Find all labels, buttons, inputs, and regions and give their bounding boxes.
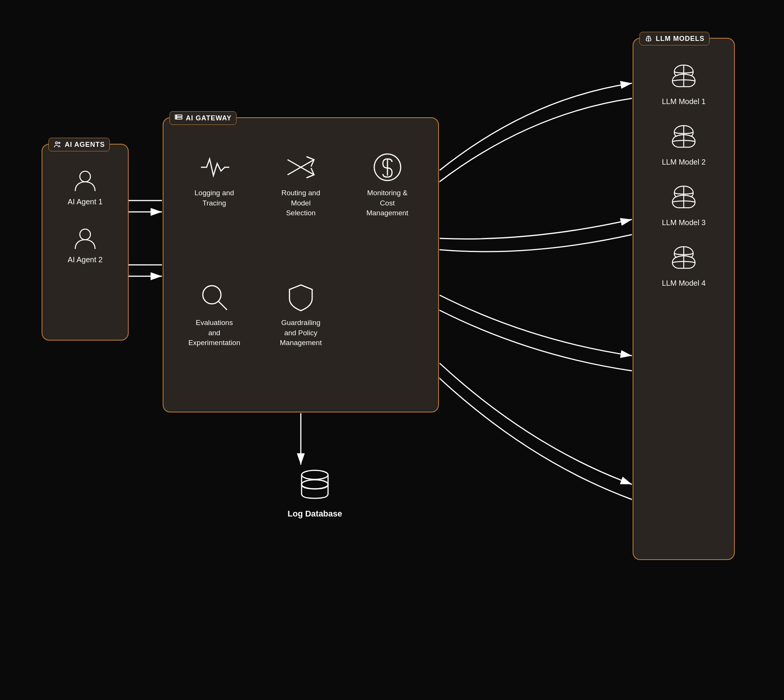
ai-gateway-icon bbox=[174, 114, 183, 122]
llm-models-title: LLM MODELS bbox=[656, 35, 704, 43]
gateway-monitoring: Monitoring &CostManagement bbox=[348, 148, 427, 270]
log-database-label: Log Database bbox=[288, 509, 342, 519]
ai-agents-icon bbox=[53, 140, 62, 149]
ai-agents-box: AI AGENTS AI Agent 1 AI Agent 2 bbox=[42, 144, 128, 340]
llm-1-label: LLM Model 1 bbox=[662, 96, 706, 107]
llm-4-label: LLM Model 4 bbox=[662, 278, 706, 288]
ai-gateway-title: AI GATEWAY bbox=[186, 114, 232, 122]
gateway-guardrailing: Guardrailingand PolicyManagement bbox=[262, 278, 340, 400]
svg-point-2 bbox=[56, 142, 58, 144]
log-database: Log Database bbox=[288, 465, 342, 519]
brain-4-icon bbox=[665, 243, 703, 273]
agent-2-icon bbox=[72, 225, 98, 252]
agent-1-item: AI Agent 1 bbox=[68, 167, 103, 206]
gateway-routing: Routing andModelSelection bbox=[262, 148, 340, 270]
pulse-icon bbox=[199, 152, 229, 182]
llm-model-4: LLM Model 4 bbox=[662, 243, 706, 288]
llm-model-2: LLM Model 2 bbox=[662, 122, 706, 167]
ai-agents-title: AI AGENTS bbox=[65, 141, 105, 149]
svg-point-15 bbox=[302, 470, 328, 479]
search-icon bbox=[199, 282, 229, 312]
ai-gateway-box: AI GATEWAY Logging andTracing Routing an… bbox=[163, 117, 439, 412]
logging-label: Logging andTracing bbox=[195, 188, 234, 208]
guardrailing-label: Guardrailingand PolicyManagement bbox=[280, 318, 322, 348]
svg-point-16 bbox=[302, 480, 328, 489]
diagram-container: AI AGENTS AI Agent 1 AI Agent 2 bbox=[0, 0, 784, 700]
shuffle-icon bbox=[286, 152, 316, 182]
agent-2-label: AI Agent 2 bbox=[68, 255, 103, 264]
svg-point-9 bbox=[176, 118, 177, 119]
svg-point-5 bbox=[80, 229, 90, 240]
agent-1-icon bbox=[72, 167, 98, 194]
ai-gateway-header: AI GATEWAY bbox=[170, 111, 237, 125]
dollar-icon bbox=[372, 152, 403, 182]
shield-icon bbox=[286, 282, 316, 312]
svg-point-8 bbox=[176, 115, 177, 116]
gateway-evaluations: EvaluationsandExperimentation bbox=[175, 278, 254, 400]
gateway-logging: Logging andTracing bbox=[175, 148, 254, 270]
llm-models-header: LLM MODELS bbox=[639, 32, 709, 45]
llm-2-label: LLM Model 2 bbox=[662, 157, 706, 167]
evaluations-label: EvaluationsandExperimentation bbox=[188, 318, 240, 348]
svg-point-3 bbox=[58, 142, 60, 144]
svg-point-4 bbox=[80, 172, 90, 182]
llm-models-icon bbox=[644, 35, 653, 43]
llm-model-1: LLM Model 1 bbox=[662, 61, 706, 107]
llm-3-label: LLM Model 3 bbox=[662, 217, 706, 228]
svg-line-14 bbox=[219, 302, 227, 310]
agent-2-item: AI Agent 2 bbox=[68, 225, 103, 264]
brain-3-icon bbox=[665, 182, 703, 213]
routing-label: Routing andModelSelection bbox=[282, 188, 320, 218]
brain-2-icon bbox=[665, 122, 703, 152]
agent-1-label: AI Agent 1 bbox=[68, 198, 103, 206]
llm-model-3: LLM Model 3 bbox=[662, 182, 706, 228]
svg-point-13 bbox=[203, 286, 221, 304]
ai-agents-header: AI AGENTS bbox=[48, 138, 110, 152]
monitoring-label: Monitoring &CostManagement bbox=[366, 188, 408, 218]
brain-1-icon bbox=[665, 61, 703, 92]
llm-models-box: LLM MODELS LLM Model 1 bbox=[633, 38, 735, 560]
gateway-grid: Logging andTracing Routing andModelSelec… bbox=[163, 126, 438, 412]
database-icon bbox=[296, 465, 334, 503]
